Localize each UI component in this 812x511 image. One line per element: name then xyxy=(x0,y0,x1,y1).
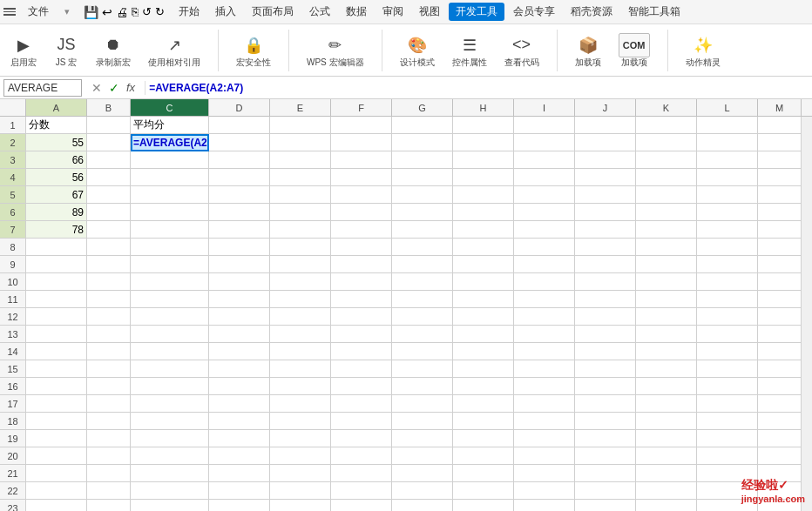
cell-C19[interactable] xyxy=(131,430,209,447)
cell-B1[interactable] xyxy=(87,117,131,134)
row-number-5[interactable]: 5 xyxy=(0,186,26,204)
row-number-4[interactable]: 4 xyxy=(0,169,26,186)
toolbar-btn-设计模式[interactable]: 🎨设计模式 xyxy=(396,31,438,70)
cell-D18[interactable] xyxy=(209,413,270,430)
cell-H23[interactable] xyxy=(453,500,514,511)
menu-item-页面布局[interactable]: 页面布局 xyxy=(245,3,301,21)
cell-L12[interactable] xyxy=(697,308,758,326)
cell-K16[interactable] xyxy=(636,378,697,395)
cell-A18[interactable] xyxy=(26,413,87,430)
cell-E4[interactable] xyxy=(270,169,331,186)
cell-D4[interactable] xyxy=(209,169,270,186)
col-header-F[interactable]: F xyxy=(331,99,392,116)
row-number-6[interactable]: 6 xyxy=(0,204,26,221)
cell-F19[interactable] xyxy=(331,430,392,447)
cell-D7[interactable] xyxy=(209,221,270,239)
toolbar-btn-WPS宏编辑器[interactable]: ✏WPS 宏编辑器 xyxy=(303,31,368,70)
cell-L1[interactable] xyxy=(697,117,758,134)
cell-E17[interactable] xyxy=(270,395,331,413)
cell-F7[interactable] xyxy=(331,221,392,239)
cell-K19[interactable] xyxy=(636,430,697,447)
cell-F8[interactable] xyxy=(331,239,392,256)
cell-K1[interactable] xyxy=(636,117,697,134)
cell-F10[interactable] xyxy=(331,273,392,291)
cell-H4[interactable] xyxy=(453,169,514,186)
cell-E7[interactable] xyxy=(270,221,331,239)
cell-M12[interactable] xyxy=(758,308,802,326)
cell-H2[interactable] xyxy=(453,134,514,151)
cell-B3[interactable] xyxy=(87,151,131,169)
cell-A13[interactable] xyxy=(26,326,87,343)
cell-I9[interactable] xyxy=(514,256,575,273)
cell-D9[interactable] xyxy=(209,256,270,273)
cell-H15[interactable] xyxy=(453,360,514,378)
cell-F2[interactable] xyxy=(331,134,392,151)
cell-K11[interactable] xyxy=(636,291,697,308)
cell-C11[interactable] xyxy=(131,291,209,308)
menu-item-稻壳资源[interactable]: 稻壳资源 xyxy=(564,3,619,21)
cell-H7[interactable] xyxy=(453,221,514,239)
row-number-15[interactable]: 15 xyxy=(0,360,26,378)
cell-A22[interactable] xyxy=(26,482,87,500)
cell-F14[interactable] xyxy=(331,343,392,360)
cell-I7[interactable] xyxy=(514,221,575,239)
cell-C10[interactable] xyxy=(131,273,209,291)
menu-item-视图[interactable]: 视图 xyxy=(412,3,447,21)
row-number-18[interactable]: 18 xyxy=(0,413,26,430)
row-number-8[interactable]: 8 xyxy=(0,239,26,256)
col-header-I[interactable]: I xyxy=(514,99,575,116)
cell-E19[interactable] xyxy=(270,430,331,447)
cell-B4[interactable] xyxy=(87,169,131,186)
col-header-L[interactable]: L xyxy=(697,99,758,116)
cell-B13[interactable] xyxy=(87,326,131,343)
cell-B17[interactable] xyxy=(87,395,131,413)
cell-J22[interactable] xyxy=(575,482,636,500)
col-header-G[interactable]: G xyxy=(392,99,453,116)
cell-F23[interactable] xyxy=(331,500,392,511)
row-number-3[interactable]: 3 xyxy=(0,151,26,169)
cell-F13[interactable] xyxy=(331,326,392,343)
cell-F15[interactable] xyxy=(331,360,392,378)
cell-E12[interactable] xyxy=(270,308,331,326)
menu-item-会员专享[interactable]: 会员专享 xyxy=(506,3,562,21)
cell-K4[interactable] xyxy=(636,169,697,186)
cell-A12[interactable] xyxy=(26,308,87,326)
cell-M15[interactable] xyxy=(758,360,802,378)
row-number-14[interactable]: 14 xyxy=(0,343,26,360)
cell-H12[interactable] xyxy=(453,308,514,326)
cell-K21[interactable] xyxy=(636,465,697,482)
cell-J20[interactable] xyxy=(575,447,636,465)
cell-K23[interactable] xyxy=(636,500,697,511)
confirm-formula-icon[interactable]: ✓ xyxy=(106,80,122,96)
cell-D16[interactable] xyxy=(209,378,270,395)
cell-C23[interactable] xyxy=(131,500,209,511)
cell-H19[interactable] xyxy=(453,430,514,447)
cell-I15[interactable] xyxy=(514,360,575,378)
name-box[interactable]: AVERAGE xyxy=(3,79,82,97)
cell-L5[interactable] xyxy=(697,186,758,204)
cell-M5[interactable] xyxy=(758,186,802,204)
cell-M2[interactable] xyxy=(758,134,802,151)
row-number-22[interactable]: 22 xyxy=(0,482,26,500)
cell-J5[interactable] xyxy=(575,186,636,204)
col-header-C[interactable]: C xyxy=(131,99,209,116)
cell-G13[interactable] xyxy=(392,326,453,343)
cell-K5[interactable] xyxy=(636,186,697,204)
cell-D19[interactable] xyxy=(209,430,270,447)
cell-I4[interactable] xyxy=(514,169,575,186)
cell-B6[interactable] xyxy=(87,204,131,221)
cell-I16[interactable] xyxy=(514,378,575,395)
cell-M9[interactable] xyxy=(758,256,802,273)
row-number-20[interactable]: 20 xyxy=(0,447,26,465)
cell-I5[interactable] xyxy=(514,186,575,204)
cell-H3[interactable] xyxy=(453,151,514,169)
cell-D6[interactable] xyxy=(209,204,270,221)
cell-E16[interactable] xyxy=(270,378,331,395)
cell-M18[interactable] xyxy=(758,413,802,430)
cell-C1[interactable]: 平均分 xyxy=(131,117,209,134)
cell-C21[interactable] xyxy=(131,465,209,482)
cell-D3[interactable] xyxy=(209,151,270,169)
save-icon[interactable]: 💾 xyxy=(84,5,98,19)
toolbar-btn-使用相对引用[interactable]: ↗使用相对引用 xyxy=(145,31,204,70)
cell-B11[interactable] xyxy=(87,291,131,308)
